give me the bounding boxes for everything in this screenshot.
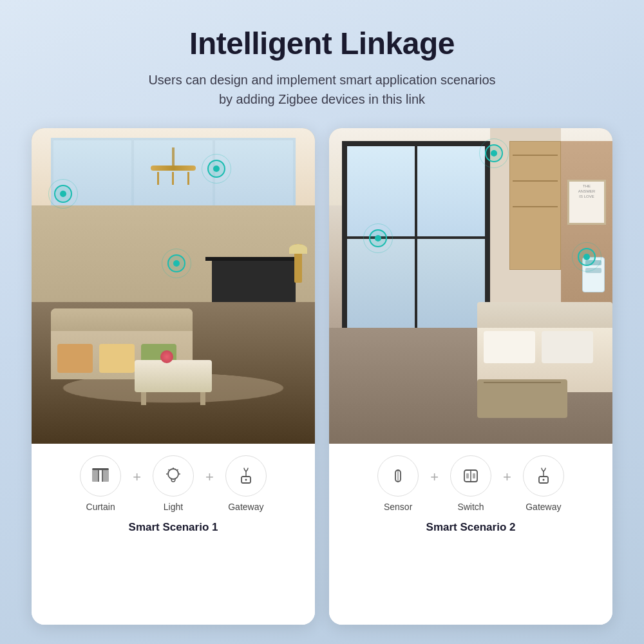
sensor-icon-circle <box>377 455 419 497</box>
light-icon-circle <box>153 455 194 497</box>
curtain-label: Curtain <box>86 502 115 512</box>
iot-dot-3 <box>207 160 225 178</box>
iot-dot-5 <box>369 229 387 247</box>
card-scenario-1: Curtain + <box>32 128 315 625</box>
sensor-icon <box>387 465 409 487</box>
device-switch: Switch <box>450 455 491 512</box>
gateway-label-1: Gateway <box>228 502 263 512</box>
scene-overlay <box>32 128 315 444</box>
device-row-2: Sensor + Switch + <box>377 455 564 512</box>
svg-point-12 <box>245 479 247 481</box>
iot-dot-1 <box>54 185 72 203</box>
gateway-icon-1 <box>235 465 257 487</box>
svg-line-8 <box>169 469 170 471</box>
device-light: Light <box>153 455 194 512</box>
plus-2: + <box>205 469 214 486</box>
page-header: Intelligent Linkage Users can design and… <box>109 0 534 122</box>
svg-rect-0 <box>92 468 109 470</box>
curtain-icon-circle <box>80 455 121 497</box>
plus-3: + <box>430 469 439 486</box>
sensor-label: Sensor <box>384 502 412 512</box>
page-subtitle: Users can design and implement smart app… <box>148 70 495 109</box>
plus-4: + <box>503 469 511 486</box>
scenario-2-title: Smart Scenario 2 <box>426 521 516 534</box>
living-room-scene <box>32 128 315 444</box>
svg-rect-18 <box>473 473 475 478</box>
switch-icon <box>460 465 482 487</box>
coffee-table <box>135 360 212 392</box>
svg-line-7 <box>177 469 178 471</box>
tv-stand <box>205 257 302 261</box>
iot-dot-6 <box>578 248 596 266</box>
tv <box>212 257 296 308</box>
svg-point-20 <box>542 479 544 481</box>
iot-dot-4 <box>485 144 503 162</box>
iot-dot-2 <box>167 254 185 272</box>
light-label: Light <box>164 502 183 512</box>
gateway-icon-circle-2 <box>523 455 564 497</box>
bedroom-scene: THEANSWERIS LOVE <box>329 128 612 444</box>
cards-container: Curtain + <box>0 122 644 644</box>
switch-icon-circle <box>450 455 491 497</box>
card1-image <box>32 128 315 444</box>
bedroom-overlay: THEANSWERIS LOVE <box>329 128 612 444</box>
picture-frame: THEANSWERIS LOVE <box>567 180 606 225</box>
light-icon <box>162 465 184 487</box>
page-title: Intelligent Linkage <box>148 26 495 61</box>
switch-label: Switch <box>457 502 484 512</box>
card2-image: THEANSWERIS LOVE <box>329 128 612 444</box>
device-sensor: Sensor <box>377 455 419 512</box>
gateway-icon-circle-1 <box>225 455 267 497</box>
scenario-1-title: Smart Scenario 1 <box>129 521 218 534</box>
gateway-label-2: Gateway <box>526 502 561 512</box>
device-curtain: Curtain <box>80 455 121 512</box>
device-gateway-1: Gateway <box>225 455 267 512</box>
wall-lamp <box>294 244 302 283</box>
svg-point-5 <box>168 469 178 479</box>
svg-rect-17 <box>466 473 469 478</box>
device-gateway-2: Gateway <box>523 455 564 512</box>
card-scenario-2: THEANSWERIS LOVE <box>329 128 612 625</box>
ottoman <box>477 379 567 418</box>
curtain-icon <box>90 465 111 487</box>
chandelier <box>151 147 196 185</box>
gateway-icon-2 <box>533 465 554 487</box>
card2-footer: Sensor + Switch + <box>329 444 612 625</box>
card1-footer: Curtain + <box>32 444 315 625</box>
flowers <box>160 350 173 363</box>
device-row-1: Curtain + <box>80 455 267 512</box>
plus-1: + <box>133 469 141 486</box>
